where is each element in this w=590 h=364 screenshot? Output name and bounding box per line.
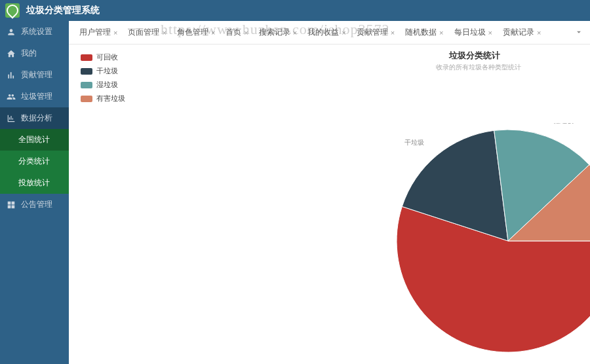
app-logo [5,3,20,18]
close-icon[interactable]: × [391,29,395,37]
tab-label: 我的收益 [307,27,339,38]
legend-item-3[interactable]: 有害垃圾 [81,94,125,103]
chevron-down-icon [574,27,583,37]
legend-label: 可回收 [96,52,118,62]
close-icon[interactable]: × [293,29,297,37]
app-header: 垃圾分类管理系统 [0,0,590,21]
nav-item-2[interactable]: 贡献管理 [0,64,69,86]
chart-subtitle: 收录的所有垃圾各种类型统计 [436,63,521,72]
tab-2[interactable]: 角色管理× [172,21,220,45]
nav-label: 数据分析 [21,113,52,124]
sidebar: 系统设置我的贡献管理垃圾管理数据分析全国统计分类统计投放统计公告管理 [0,21,69,364]
close-icon[interactable]: × [439,29,443,37]
subnav-item-1[interactable]: 分类统计 [0,151,69,172]
tab-7[interactable]: 随机数据× [400,21,448,45]
tab-label: 角色管理 [177,27,208,38]
legend-swatch [81,96,92,102]
legend-label: 有害垃圾 [96,94,125,103]
tab-5[interactable]: 我的收益× [302,21,351,45]
nav-label: 公告管理 [21,199,52,210]
tab-1[interactable]: 页面管理× [123,21,171,45]
legend-item-0[interactable]: 可回收 [81,52,125,62]
nav-item-3[interactable]: 垃圾管理 [0,86,69,107]
subnav-item-2[interactable]: 投放统计 [0,172,69,194]
slice-label: 干垃圾 [404,139,424,146]
slice-label: 湿垃圾 [554,123,574,124]
tab-9[interactable]: 贡献记录× [498,21,546,45]
nav-item-1[interactable]: 我的 [0,43,69,64]
main-panel: https://www.huzhan.com/ishop3572 用户管理×页面… [69,21,590,364]
subnav-item-0[interactable]: 全国统计 [0,129,69,151]
tab-3[interactable]: 首页× [220,21,253,45]
nav-label: 系统设置 [21,26,52,37]
tab-label: 页面管理 [128,27,159,38]
legend-swatch [81,82,92,88]
tab-label: 贡献管理 [357,27,388,38]
close-icon[interactable]: × [488,29,492,37]
legend-label: 干垃圾 [96,66,118,76]
content-area: 可回收干垃圾湿垃圾有害垃圾 垃圾分类统计 收录的所有垃圾各种类型统计 可回收干垃… [69,45,590,364]
tab-label: 用户管理 [79,27,111,38]
nav-label: 贡献管理 [21,69,52,81]
close-icon[interactable]: × [211,29,215,37]
tab-bar: https://www.huzhan.com/ishop3572 用户管理×页面… [69,21,590,45]
tab-label: 搜索记录 [259,27,290,38]
chart-title: 垃圾分类统计 [449,50,500,62]
tab-label: 每日垃圾 [454,27,486,38]
chart-legend: 可回收干垃圾湿垃圾有害垃圾 [81,52,125,107]
pie-chart: 可回收干垃圾湿垃圾有害垃圾 [370,123,590,364]
legend-swatch [81,54,92,61]
tab-6[interactable]: 贡献管理× [351,21,400,45]
legend-item-2[interactable]: 湿垃圾 [81,80,125,90]
nav-item-5[interactable]: 公告管理 [0,194,69,215]
close-icon[interactable]: × [537,29,541,37]
legend-label: 湿垃圾 [96,80,118,90]
tab-label: 贡献记录 [503,27,534,38]
close-icon[interactable]: × [244,29,248,37]
app-title: 垃圾分类管理系统 [26,5,100,16]
nav-item-0[interactable]: 系统设置 [0,21,69,43]
close-icon[interactable]: × [162,29,166,37]
close-icon[interactable]: × [113,29,117,37]
tab-8[interactable]: 每日垃圾× [449,21,498,45]
nav-label: 我的 [21,48,37,59]
tab-0[interactable]: 用户管理× [74,21,123,45]
legend-item-1[interactable]: 干垃圾 [81,66,125,76]
tabs-dropdown-toggle[interactable] [574,27,583,39]
legend-swatch [81,68,92,75]
nav-item-4[interactable]: 数据分析 [0,107,69,129]
nav-label: 垃圾管理 [21,91,52,102]
tab-label: 首页 [226,27,241,38]
tab-label: 随机数据 [405,27,437,38]
close-icon[interactable]: × [342,29,345,37]
tab-4[interactable]: 搜索记录× [254,21,302,45]
